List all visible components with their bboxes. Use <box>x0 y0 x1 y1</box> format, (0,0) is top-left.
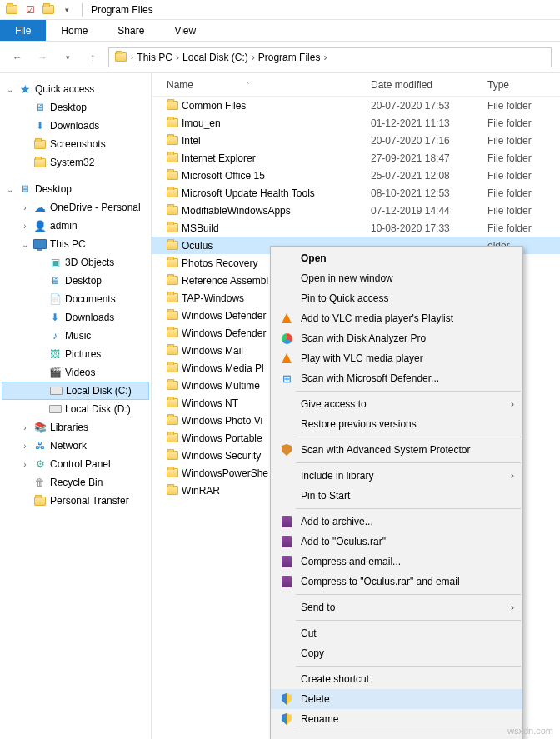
desktop-icon: 🖥 <box>33 101 47 114</box>
tree-music[interactable]: ♪Music <box>2 327 149 345</box>
tree-libraries[interactable]: ›📚Libraries <box>2 418 149 437</box>
folder-icon <box>33 156 47 169</box>
folder-icon <box>167 486 182 495</box>
file-date: 08-10-2021 12:53 <box>371 187 488 199</box>
drive-icon <box>49 384 62 397</box>
qat-folder-icon[interactable] <box>42 3 55 17</box>
file-type: File folder <box>488 100 560 112</box>
file-row[interactable]: MSBuild10-08-2020 17:33File folder <box>152 219 560 237</box>
address-bar[interactable]: › This PC› Local Disk (C:)› Program File… <box>108 47 552 67</box>
tree-local-c[interactable]: Local Disk (C:) <box>2 382 149 400</box>
ctx-system-protector[interactable]: Scan with Advanced System Protector <box>271 440 522 460</box>
tree-qa-downloads[interactable]: ⬇Downloads <box>2 117 149 135</box>
file-row[interactable]: Microsoft Office 1525-07-2021 12:08File … <box>152 167 560 184</box>
tree-network[interactable]: ›🖧Network <box>2 437 149 455</box>
tree-pictures[interactable]: 🖼Pictures <box>2 345 149 363</box>
ctx-delete[interactable]: Delete <box>271 689 522 709</box>
watermark: wsxdn.com <box>508 726 553 736</box>
qat-dropdown-icon[interactable]: ▾ <box>60 3 73 17</box>
file-row[interactable]: Imou_en01-12-2021 11:13File folder <box>152 114 560 132</box>
up-button[interactable]: ↑ <box>83 48 102 67</box>
ctx-rename[interactable]: Rename <box>271 709 522 729</box>
ctx-create-shortcut[interactable]: Create shortcut <box>271 669 522 689</box>
file-row[interactable]: Intel20-07-2020 17:16File folder <box>152 132 560 149</box>
file-type: File folder <box>488 205 560 217</box>
shield-icon <box>278 713 296 725</box>
title-bar: ☑ ▾ Program Files <box>0 0 560 20</box>
shield-icon <box>278 444 296 456</box>
libraries-icon: 📚 <box>33 421 47 434</box>
file-row[interactable]: Common Files20-07-2020 17:53File folder <box>152 97 560 114</box>
cube-icon: ▣ <box>48 256 62 269</box>
tab-file[interactable]: File <box>0 20 46 41</box>
ctx-open[interactable]: Open <box>271 248 522 268</box>
file-name: MSBuild <box>182 222 371 234</box>
tree-documents[interactable]: 📄Documents <box>2 290 149 308</box>
tree-videos[interactable]: 🎬Videos <box>2 363 149 382</box>
folder-icon <box>167 118 182 127</box>
ctx-send-to[interactable]: Send to› <box>271 597 522 617</box>
file-name: Microsoft Office 15 <box>182 170 371 182</box>
folder-icon <box>167 363 182 372</box>
ctx-cut[interactable]: Cut <box>271 623 522 643</box>
col-type[interactable]: Type <box>488 79 560 91</box>
ctx-add-archive[interactable]: Add to archive... <box>271 512 522 532</box>
file-row[interactable]: Internet Explorer27-09-2021 18:47File fo… <box>152 149 560 167</box>
ctx-defender[interactable]: ⊞Scan with Microsoft Defender... <box>271 368 522 388</box>
tree-desktop[interactable]: ⌄🖥Desktop <box>2 180 149 198</box>
file-row[interactable]: ModifiableWindowsApps07-12-2019 14:44Fil… <box>152 202 560 219</box>
ctx-vlc-play[interactable]: Play with VLC media player <box>271 348 522 368</box>
ctx-pin-quick-access[interactable]: Pin to Quick access <box>271 288 522 308</box>
ctx-properties[interactable]: Properties <box>271 735 522 739</box>
file-row[interactable]: Microsoft Update Health Tools08-10-2021 … <box>152 184 560 202</box>
separator <box>296 732 521 732</box>
tree-pc-desktop[interactable]: 🖥Desktop <box>2 272 149 290</box>
chevron-right-icon: › <box>511 602 514 613</box>
tree-qa-screenshots[interactable]: Screenshots <box>2 135 149 153</box>
back-button[interactable]: ← <box>8 48 27 67</box>
rar-icon <box>278 556 296 567</box>
col-date[interactable]: Date modified <box>371 79 488 91</box>
tree-3dobjects[interactable]: ▣3D Objects <box>2 253 149 272</box>
tab-share[interactable]: Share <box>102 20 159 41</box>
ctx-include-library[interactable]: Include in library› <box>271 466 522 486</box>
tree-recycle[interactable]: 🗑Recycle Bin <box>2 473 149 492</box>
tree-personal[interactable]: Personal Transfer <box>2 492 149 510</box>
ctx-restore[interactable]: Restore previous versions <box>271 414 522 434</box>
separator <box>296 508 521 509</box>
tree-local-d[interactable]: Local Disk (D:) <box>2 400 149 418</box>
folder-icon <box>167 223 182 232</box>
ctx-compress-email[interactable]: Compress and email... <box>271 552 522 572</box>
ctx-add-oculus-rar[interactable]: Add to "Oculus.rar" <box>271 532 522 552</box>
ctx-disk-analyzer[interactable]: Scan with Disk Analyzer Pro <box>271 328 522 348</box>
recent-dropdown[interactable]: ▾ <box>58 48 77 67</box>
tree-pc-downloads[interactable]: ⬇Downloads <box>2 308 149 327</box>
col-name[interactable]: Name ˄ <box>167 79 371 91</box>
chevron-right-icon[interactable]: › <box>131 52 133 62</box>
tree-quick-access[interactable]: ⌄★Quick access <box>2 80 149 98</box>
tree-controlpanel[interactable]: ›⚙Control Panel <box>2 455 149 473</box>
file-type: File folder <box>488 117 560 129</box>
desktop-icon: 🖥 <box>18 182 32 196</box>
disk-analyzer-icon <box>278 333 296 344</box>
crumb-localdisk[interactable]: Local Disk (C:)› <box>182 52 255 63</box>
ctx-pin-start[interactable]: Pin to Start <box>271 486 522 506</box>
crumb-programfiles[interactable]: Program Files› <box>258 52 328 63</box>
chevron-right-icon: › <box>511 398 514 410</box>
ctx-compress-oculus-email[interactable]: Compress to "Oculus.rar" and email <box>271 572 522 592</box>
forward-button[interactable]: → <box>33 48 52 67</box>
ctx-give-access[interactable]: Give access to› <box>271 394 522 414</box>
tree-admin[interactable]: ›👤admin <box>2 217 149 235</box>
ctx-copy[interactable]: Copy <box>271 643 522 663</box>
tab-home[interactable]: Home <box>46 20 102 41</box>
ctx-vlc-add[interactable]: Add to VLC media player's Playlist <box>271 308 522 328</box>
tree-qa-system32[interactable]: System32 <box>2 153 149 172</box>
tree-qa-desktop[interactable]: 🖥Desktop <box>2 98 149 117</box>
tree-thispc[interactable]: ⌄This PC <box>2 235 149 253</box>
folder-icon <box>167 241 182 250</box>
tab-view[interactable]: View <box>159 20 211 41</box>
tree-onedrive[interactable]: ›☁OneDrive - Personal <box>2 198 149 217</box>
qat-checkbox-icon[interactable]: ☑ <box>23 3 37 17</box>
crumb-thispc[interactable]: This PC› <box>137 52 179 63</box>
ctx-open-new-window[interactable]: Open in new window <box>271 268 522 288</box>
